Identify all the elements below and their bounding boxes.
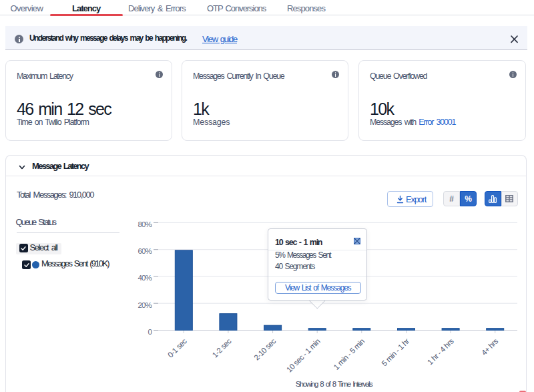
svg-text:0: 0 [148,328,152,336]
svg-text:4+ hrs: 4+ hrs [480,337,500,357]
svg-text:1 hr - 4 hrs: 1 hr - 4 hrs [426,337,455,366]
svg-text:0-1 sec: 0-1 sec [166,337,188,359]
svg-text:1-2 sec: 1-2 sec [211,337,233,359]
svg-text:1 min - 5 min: 1 min - 5 min [332,337,366,371]
svg-text:20%: 20% [138,301,152,309]
svg-text:2-10 sec: 2-10 sec [252,337,277,361]
svg-text:5 min - 1 hr: 5 min - 1 hr [380,337,411,367]
svg-text:80%: 80% [138,220,152,228]
svg-text:40%: 40% [138,274,152,282]
svg-text:10 sec - 1 min: 10 sec - 1 min [285,337,322,374]
svg-text:60%: 60% [138,247,152,255]
svg-text:Showing 8 of 8 Time Intervals: Showing 8 of 8 Time Intervals [296,380,373,388]
